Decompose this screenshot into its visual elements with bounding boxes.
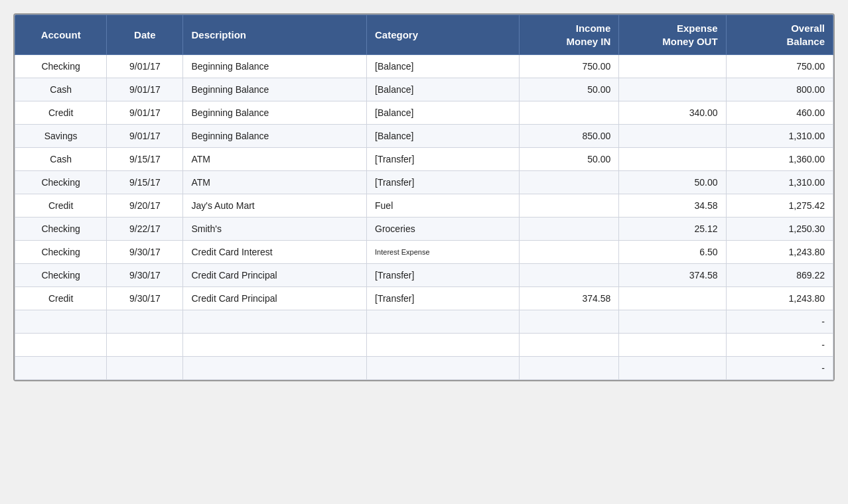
table-cell: [Transfer] xyxy=(367,287,520,310)
table-row[interactable]: Checking9/30/17Credit Card InterestInter… xyxy=(15,241,833,264)
table-cell: 9/30/17 xyxy=(107,241,183,264)
table-cell xyxy=(520,310,619,334)
table-cell xyxy=(619,55,726,78)
table-cell: 9/30/17 xyxy=(107,264,183,287)
table-cell xyxy=(520,264,619,287)
table-row[interactable]: Checking9/01/17Beginning Balance[Balance… xyxy=(15,55,833,78)
table-cell: Credit xyxy=(15,194,107,218)
table-cell xyxy=(107,310,183,334)
table-cell: [Transfer] xyxy=(367,264,520,287)
table-cell: 869.22 xyxy=(726,264,833,287)
table-cell xyxy=(367,357,520,380)
table-cell: 460.00 xyxy=(726,101,833,125)
table-cell xyxy=(619,310,726,334)
table-cell: 9/15/17 xyxy=(107,148,183,171)
table-cell xyxy=(619,125,726,148)
table-cell: Interest Expense xyxy=(367,241,520,264)
table-cell: 9/01/17 xyxy=(107,101,183,125)
table-cell: Groceries xyxy=(367,218,520,241)
table-cell: Checking xyxy=(15,241,107,264)
table-row[interactable]: Credit9/01/17Beginning Balance[Balance]3… xyxy=(15,101,833,125)
table-header-row: Account Date Description Category Income… xyxy=(15,15,833,55)
table-cell: 1,250.30 xyxy=(726,218,833,241)
table-cell xyxy=(15,310,107,334)
table-row[interactable]: Credit9/30/17Credit Card Principal[Trans… xyxy=(15,287,833,310)
table-cell: Checking xyxy=(15,55,107,78)
table-row[interactable]: - xyxy=(15,334,833,357)
table-cell: Credit Card Principal xyxy=(183,287,367,310)
table-cell: - xyxy=(726,334,833,357)
table-row[interactable]: Checking9/30/17Credit Card Principal[Tra… xyxy=(15,264,833,287)
table-cell: 9/01/17 xyxy=(107,78,183,101)
table-cell: ATM xyxy=(183,171,367,194)
table-cell: Smith's xyxy=(183,218,367,241)
table-cell: Beginning Balance xyxy=(183,55,367,78)
table-cell: 1,310.00 xyxy=(726,171,833,194)
header-income: IncomeMoney IN xyxy=(520,15,619,55)
table-cell xyxy=(619,148,726,171)
table-cell: - xyxy=(726,357,833,380)
table-cell xyxy=(520,241,619,264)
table-cell xyxy=(367,334,520,357)
table-cell: 340.00 xyxy=(619,101,726,125)
table-cell: Credit xyxy=(15,287,107,310)
table-cell xyxy=(15,334,107,357)
table-row[interactable]: Checking9/15/17ATM[Transfer]50.001,310.0… xyxy=(15,171,833,194)
header-expense: ExpenseMoney OUT xyxy=(619,15,726,55)
table-cell: ATM xyxy=(183,148,367,171)
table-cell: 50.00 xyxy=(520,148,619,171)
table-cell: 374.58 xyxy=(520,287,619,310)
header-description: Description xyxy=(183,15,367,55)
table-row[interactable]: - xyxy=(15,357,833,380)
table-cell: 25.12 xyxy=(619,218,726,241)
table-cell xyxy=(520,218,619,241)
table-cell: 6.50 xyxy=(619,241,726,264)
table-cell xyxy=(520,194,619,218)
table-cell: 9/22/17 xyxy=(107,218,183,241)
table-cell: 374.58 xyxy=(619,264,726,287)
table-cell: Jay's Auto Mart xyxy=(183,194,367,218)
table-cell: 1,243.80 xyxy=(726,241,833,264)
table-cell xyxy=(107,357,183,380)
table-cell xyxy=(183,310,367,334)
table-cell: Beginning Balance xyxy=(183,125,367,148)
register-table: Account Date Description Category Income… xyxy=(15,15,833,380)
table-cell xyxy=(107,334,183,357)
table-cell: 9/30/17 xyxy=(107,287,183,310)
table-cell: Credit Card Interest xyxy=(183,241,367,264)
table-cell: 9/01/17 xyxy=(107,125,183,148)
table-cell: 50.00 xyxy=(619,171,726,194)
table-cell: 1,275.42 xyxy=(726,194,833,218)
table-row[interactable]: - xyxy=(15,310,833,334)
table-cell: Beginning Balance xyxy=(183,78,367,101)
header-date: Date xyxy=(107,15,183,55)
table-cell xyxy=(520,334,619,357)
table-cell: [Transfer] xyxy=(367,171,520,194)
table-cell: Checking xyxy=(15,218,107,241)
table-cell: [Transfer] xyxy=(367,148,520,171)
table-cell xyxy=(520,171,619,194)
table-row[interactable]: Savings9/01/17Beginning Balance[Balance]… xyxy=(15,125,833,148)
table-row[interactable]: Cash9/15/17ATM[Transfer]50.001,360.00 xyxy=(15,148,833,171)
table-cell xyxy=(15,357,107,380)
table-cell xyxy=(367,310,520,334)
table-cell: - xyxy=(726,310,833,334)
table-cell: Fuel xyxy=(367,194,520,218)
table-cell: 9/01/17 xyxy=(107,55,183,78)
table-cell: 50.00 xyxy=(520,78,619,101)
table-cell: 800.00 xyxy=(726,78,833,101)
table-cell xyxy=(520,101,619,125)
table-row[interactable]: Credit9/20/17Jay's Auto MartFuel34.581,2… xyxy=(15,194,833,218)
table-cell: Checking xyxy=(15,264,107,287)
table-row[interactable]: Cash9/01/17Beginning Balance[Balance]50.… xyxy=(15,78,833,101)
table-cell: Checking xyxy=(15,171,107,194)
table-cell: 34.58 xyxy=(619,194,726,218)
table-cell: 750.00 xyxy=(520,55,619,78)
table-cell: 9/15/17 xyxy=(107,171,183,194)
register-table-container: Account Date Description Category Income… xyxy=(13,13,835,381)
table-cell xyxy=(619,287,726,310)
table-row[interactable]: Checking9/22/17Smith'sGroceries25.121,25… xyxy=(15,218,833,241)
header-balance: OverallBalance xyxy=(726,15,833,55)
table-cell: 9/20/17 xyxy=(107,194,183,218)
table-cell: [Balance] xyxy=(367,55,520,78)
